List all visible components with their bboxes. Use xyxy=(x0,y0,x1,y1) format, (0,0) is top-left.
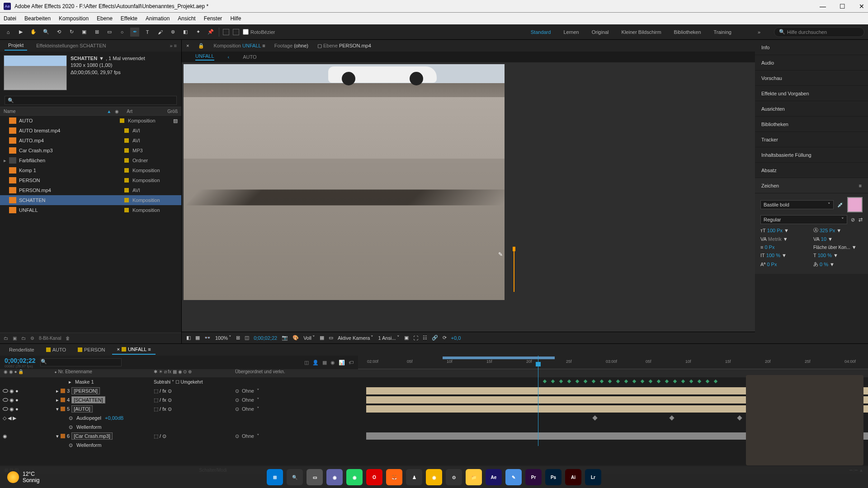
vertex-marker[interactable] xyxy=(513,247,515,251)
layer-rows[interactable]: ▸ Maske 1Subtrahi ˅ ☐ Umgekehrt ◉ ●▸ 3 [… xyxy=(0,377,868,465)
reset-exposure-icon[interactable]: ⟳ xyxy=(443,335,447,341)
project-item[interactable]: UNFALLKomposition xyxy=(0,205,181,215)
viewer[interactable]: ✎ xyxy=(182,62,755,332)
eyedropper-icon[interactable]: 💉 xyxy=(837,202,844,208)
taskbar-app[interactable]: ⊙ xyxy=(446,469,462,485)
pixel-aspect-icon[interactable]: ▣ xyxy=(404,335,409,341)
effect-controls-tab[interactable]: Effekteinstellungen SCHATTEN xyxy=(36,43,106,48)
timeline-tab-renderliste[interactable]: Renderliste xyxy=(5,345,39,354)
subtab-auto[interactable]: AUTO xyxy=(243,54,256,60)
swap-icon[interactable]: ⇄ xyxy=(859,217,863,223)
layer-row[interactable]: ◇ ◀ ▶ ⊙ Audiopegel +0,00dB xyxy=(0,413,868,422)
close-button[interactable]: ✕ xyxy=(859,3,864,10)
panel-bibliotheken[interactable]: Bibliotheken xyxy=(755,117,868,132)
camera-tool[interactable]: ▣ xyxy=(80,28,89,37)
panel-effekte-und-vorgaben[interactable]: Effekte und Vorgaben xyxy=(755,86,868,101)
timeline-timecode[interactable]: 0;00;02;22 xyxy=(5,357,36,364)
fill-over-dropdown[interactable]: Fläche über Kon... xyxy=(813,245,850,250)
menu-ansicht[interactable]: Ansicht xyxy=(178,15,195,22)
taskbar-app[interactable]: O xyxy=(366,469,382,485)
workspace-bibliotheken[interactable]: Bibliotheken xyxy=(674,29,701,35)
workspace-original[interactable]: Original xyxy=(592,29,609,35)
project-item[interactable]: AUTOKomposition▨ xyxy=(0,116,181,126)
mask-icon[interactable]: 👓 xyxy=(204,335,211,341)
type-column[interactable]: Art xyxy=(122,109,167,114)
layer-row[interactable]: ◉ ●▸ 3 [PERSON]⬚ / fx ⊙⊙ Ohne ˅ xyxy=(0,386,868,395)
fill-color-swatch[interactable] xyxy=(847,197,863,212)
exposure-value[interactable]: +0,0 xyxy=(451,335,461,341)
project-item[interactable]: AUTO.mp4AVI xyxy=(0,136,181,145)
layer-row[interactable]: ◉ ●▾ 5 [AUTO]⬚ / fx ⊙⊙ Ohne ˅ xyxy=(0,404,868,413)
kerning-value[interactable]: Metrik xyxy=(768,236,782,242)
taskbar-app[interactable]: Pr xyxy=(525,469,542,485)
fast-preview-icon[interactable]: ⛶ xyxy=(413,335,418,341)
rotobezier-checkbox[interactable]: RotoBézier xyxy=(243,29,275,35)
menu-bearbeiten[interactable]: Bearbeiten xyxy=(24,15,51,22)
font-family-dropdown[interactable]: Bastile bold˅ xyxy=(760,200,834,209)
subtab-unfall[interactable]: UNFALL xyxy=(195,53,214,61)
help-search[interactable]: 🔍 Hilfe durchsuchen xyxy=(774,27,864,37)
layer-row[interactable]: ◉ ●▸ 4 [SCHATTEN]⬚ / fx ⊙⊙ Ohne ˅ xyxy=(0,395,868,404)
panel-ausrichten[interactable]: Ausrichten xyxy=(755,101,868,117)
taskbar-app[interactable]: 📁 xyxy=(466,469,482,485)
menu-komposition[interactable]: Komposition xyxy=(59,15,89,22)
leading-value[interactable]: 325 Px xyxy=(820,228,835,233)
region-icon[interactable]: ▭ xyxy=(329,335,333,341)
workspace-kleiner bildschirm[interactable]: Kleiner Bildschirm xyxy=(622,29,661,35)
taskbar-app[interactable]: ♟ xyxy=(406,469,422,485)
snapshot-icon[interactable]: 📷 xyxy=(282,335,288,341)
menu-animation[interactable]: Animation xyxy=(146,15,170,22)
baseline-value[interactable]: 0 Px xyxy=(767,262,777,267)
time-ruler[interactable]: 02:00f05f10f15f20f25f03:00f05f10f15f20f2… xyxy=(358,356,868,369)
comp-mini-icon[interactable]: ◫ xyxy=(304,360,309,366)
taskbar-app[interactable]: 🔍 xyxy=(287,469,303,485)
layer-row[interactable]: ⊙ Wellenform xyxy=(0,422,868,432)
panel-tracker[interactable]: Tracker xyxy=(755,132,868,147)
taskbar-app[interactable]: ⊞ xyxy=(267,469,283,485)
flowchart-icon[interactable]: 🔗 xyxy=(432,335,438,341)
home-tool[interactable]: ⌂ xyxy=(4,28,13,37)
ellipse-tool[interactable]: ○ xyxy=(118,28,127,37)
pan-behind-tool[interactable]: ⊞ xyxy=(92,28,101,37)
taskbar-app[interactable]: ◉ xyxy=(346,469,363,485)
taskbar-app[interactable]: ◉ xyxy=(426,469,442,485)
project-item[interactable]: Komp 1Komposition xyxy=(0,165,181,175)
font-size-value[interactable]: 100 Px xyxy=(767,228,783,233)
taskbar-app[interactable]: 🦊 xyxy=(386,469,402,485)
channel-icon[interactable]: ▦ xyxy=(195,335,200,341)
hscale-value[interactable]: 100 % xyxy=(818,253,832,258)
ruler-icon[interactable]: ⊞ xyxy=(236,335,240,341)
taskbar-app[interactable]: Ai xyxy=(565,469,581,485)
timeline-icon[interactable]: ☷ xyxy=(423,335,427,341)
settings-icon[interactable]: ⚙ xyxy=(30,336,34,341)
name-column[interactable]: Name xyxy=(4,109,107,114)
footage-value[interactable]: (ohne) xyxy=(294,43,308,48)
selection-tool[interactable]: ▶ xyxy=(16,28,25,37)
lock-icon[interactable]: 🔒 xyxy=(198,43,204,49)
maximize-button[interactable]: ☐ xyxy=(840,3,845,10)
taskbar-app[interactable]: ✎ xyxy=(505,469,522,485)
project-tab[interactable]: Projekt xyxy=(5,41,27,51)
hand-tool[interactable]: ✋ xyxy=(29,28,38,37)
taskbar-app[interactable]: ◉ xyxy=(326,469,343,485)
tracking-value[interactable]: 10 xyxy=(821,236,826,242)
composition-name[interactable]: UNFALL xyxy=(242,43,261,48)
project-item[interactable]: SCHATTENKomposition xyxy=(0,195,181,205)
clone-tool[interactable]: ⊛ xyxy=(168,28,177,37)
bit-depth[interactable]: 8-Bit-Kanal xyxy=(39,336,61,341)
taskbar-app[interactable]: Lr xyxy=(585,469,601,485)
roto-tool[interactable]: ✦ xyxy=(193,28,203,37)
menu-hilfe[interactable]: Hilfe xyxy=(230,15,241,22)
interpret-icon[interactable]: 🗀 xyxy=(4,336,8,341)
brush-tool[interactable]: 🖌 xyxy=(156,28,165,37)
taskbar-app[interactable]: Ps xyxy=(545,469,561,485)
font-style-dropdown[interactable]: Regular˅ xyxy=(760,215,847,224)
vscale-value[interactable]: 100 % xyxy=(766,253,780,258)
type-tool[interactable]: T xyxy=(143,28,152,37)
zoom-dropdown[interactable]: 100% ˅ xyxy=(215,335,231,341)
taskbar-app[interactable]: ▭ xyxy=(307,469,323,485)
stroke-width-value[interactable]: 0 Px xyxy=(764,244,774,250)
more-workspaces[interactable]: » xyxy=(758,29,760,35)
fill-swatch[interactable] xyxy=(223,29,229,35)
rect-tool[interactable]: ▭ xyxy=(105,28,114,37)
